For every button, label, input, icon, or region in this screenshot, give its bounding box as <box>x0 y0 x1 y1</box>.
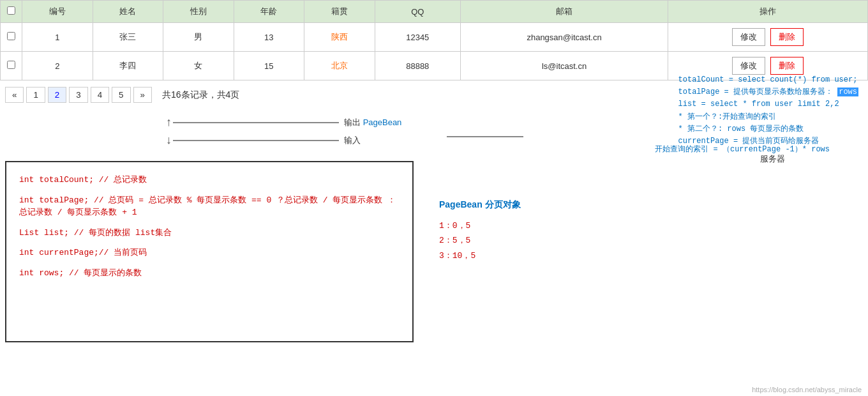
row2-age: 15 <box>234 52 304 80</box>
annot-total-count: totalCount = select count(*) from user; <box>678 74 858 86</box>
page-4-button[interactable]: 4 <box>91 87 109 103</box>
row2-checkbox[interactable] <box>7 61 15 69</box>
table-area: 编号 姓名 性别 年龄 籍贯 QQ 邮箱 操作 1 张三 男 13 陕西 <box>0 0 868 80</box>
row2-name: 李四 <box>93 52 163 80</box>
row2-delete-button[interactable]: 删除 <box>770 57 804 75</box>
header-checkbox-cell <box>1 1 22 23</box>
pagebean-item-1: 1：0，5 <box>439 218 863 233</box>
input-right-line <box>447 136 523 137</box>
code-line-3: List list; // 每页的数据 list集合 <box>19 227 400 240</box>
row1-id: 1 <box>22 23 93 52</box>
row1-age: 13 <box>234 23 304 52</box>
header-age: 年龄 <box>234 1 304 23</box>
pagebean-item-3: 3：10，5 <box>439 248 863 263</box>
row1-name: 张三 <box>93 23 163 52</box>
row2-email: ls@itcast.cn <box>460 52 668 80</box>
output-arrow-line <box>173 122 339 123</box>
rows-highlight: rows <box>837 88 858 96</box>
row2-id: 2 <box>22 52 93 80</box>
code-line-5: int rows; // 每页显示的条数 <box>19 267 400 280</box>
header-hometown: 籍贯 <box>304 1 375 23</box>
input-label: 输入 <box>344 135 361 146</box>
page-prev-button[interactable]: « <box>5 87 24 103</box>
arrow-section: ↑ 输出 PageBean ↓ 输入 开始查询的索引 = （currentPag… <box>0 112 868 153</box>
input-arrow-area: ↓ 输入 <box>166 133 361 147</box>
code-line-4: int currentPage;// 当前页码 <box>19 247 400 259</box>
bottom-section: int totalCount; // 总记录数 int totalPage; /… <box>0 156 868 347</box>
row2-modify-button[interactable]: 修改 <box>732 57 765 75</box>
code-line-1: int totalCount; // 总记录数 <box>19 174 400 187</box>
input-arrow-line <box>173 140 339 141</box>
output-arrow-area: ↑ 输出 PageBean <box>166 116 401 129</box>
row1-checkbox[interactable] <box>7 32 15 40</box>
down-arrow-icon: ↓ <box>166 133 172 147</box>
pagebean-title: PageBean 分页对象 <box>439 199 863 211</box>
formula-annotation: 开始查询的索引 = （currentPage -1）* rows <box>655 144 830 155</box>
page-5-button[interactable]: 5 <box>112 87 130 103</box>
page-next-button[interactable]: » <box>133 87 152 103</box>
main-container: 编号 姓名 性别 年龄 籍贯 QQ 邮箱 操作 1 张三 男 13 陕西 <box>0 0 868 396</box>
page-2-button[interactable]: 2 <box>48 87 66 103</box>
row1-gender: 男 <box>163 23 234 52</box>
header-qq: QQ <box>375 1 460 23</box>
output-label: 输出 PageBean <box>344 117 401 128</box>
row1-email: zhangsan@itcast.cn <box>460 23 668 52</box>
header-name: 姓名 <box>93 1 163 23</box>
select-all-checkbox[interactable] <box>7 6 15 15</box>
header-id: 编号 <box>22 1 93 23</box>
footer-url: https://blog.csdn.net/abyss_miracle <box>752 386 862 393</box>
row1-delete-button[interactable]: 删除 <box>770 28 804 46</box>
row2-qq: 88888 <box>375 52 460 80</box>
up-arrow-icon: ↑ <box>166 116 172 129</box>
pagination-area: « 1 2 3 4 5 » 共16条记录，共4页 totalCount = se… <box>0 80 868 109</box>
row1-qq: 12345 <box>375 23 460 52</box>
code-box: int totalCount; // 总记录数 int totalPage; /… <box>5 161 414 342</box>
pagination-summary: 共16条记录，共4页 <box>162 89 239 101</box>
row2-checkbox-cell <box>1 52 22 80</box>
table-row: 1 张三 男 13 陕西 12345 zhangsan@itcast.cn 修改… <box>1 23 868 52</box>
row1-actions: 修改 删除 <box>668 23 868 52</box>
row1-hometown: 陕西 <box>304 23 375 52</box>
row2-gender: 女 <box>163 52 234 80</box>
pagebean-list: 1：0，5 2：5，5 3：10，5 <box>439 218 863 263</box>
row1-modify-button[interactable]: 修改 <box>732 28 765 46</box>
annot-total-page: totalPage = 提供每页显示条数给服务器： rows <box>678 86 858 98</box>
pagebean-item-2: 2：5，5 <box>439 233 863 248</box>
header-email: 邮箱 <box>460 1 668 23</box>
pagebean-label: PageBean <box>363 118 402 127</box>
header-gender: 性别 <box>163 1 234 23</box>
row2-hometown: 北京 <box>304 52 375 80</box>
page-1-button[interactable]: 1 <box>26 87 45 103</box>
data-table: 编号 姓名 性别 年龄 籍贯 QQ 邮箱 操作 1 张三 男 13 陕西 <box>0 0 868 80</box>
right-panel: PageBean 分页对象 1：0，5 2：5，5 3：10，5 <box>426 161 863 342</box>
code-line-2: int totalPage; // 总页码 = 总记录数 % 每页显示条数 ==… <box>19 194 400 219</box>
annot-list: list = select * from user limit 2,2 <box>678 98 858 110</box>
header-actions: 操作 <box>668 1 868 23</box>
row1-checkbox-cell <box>1 23 22 52</box>
page-3-button[interactable]: 3 <box>69 87 87 103</box>
